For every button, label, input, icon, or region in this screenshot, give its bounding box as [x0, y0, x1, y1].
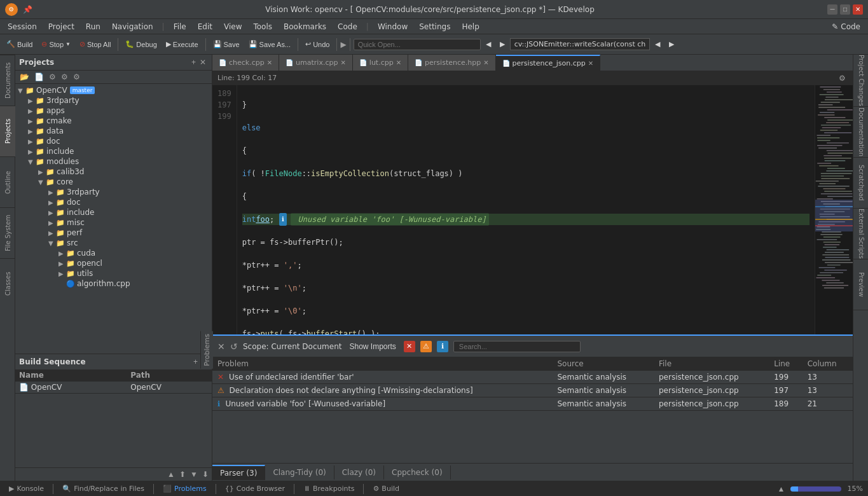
tree-item-utils[interactable]: ▶ 📁 utils [15, 268, 212, 279]
prob-tab-parser[interactable]: Parser (3) [212, 465, 265, 480]
menu-session[interactable]: Session [3, 21, 42, 32]
nav-forward-button[interactable]: ▶ [496, 39, 509, 50]
status-konsole[interactable]: ▶ Konsole [5, 485, 48, 493]
right-tab-scratchpad[interactable]: Scratchpad [853, 158, 868, 209]
tree-item-core-3rdparty[interactable]: ▶ 📁 3rdparty [15, 187, 212, 197]
tab-close-check[interactable]: ✕ [267, 59, 272, 66]
problem-row-2[interactable]: ⚠ Declaration does not declare anything … [212, 384, 853, 397]
filter-error-button[interactable]: ✕ [404, 341, 415, 352]
tab-persistence-hpp[interactable]: 📄 persistence.hpp ✕ [408, 55, 495, 71]
menu-navigation[interactable]: Navigation [107, 21, 158, 32]
nav-back-button[interactable]: ◀ [482, 39, 495, 50]
side-tab-projects[interactable]: Projects [0, 106, 15, 156]
menu-bookmarks[interactable]: Bookmarks [279, 21, 331, 32]
menu-settings[interactable]: Settings [414, 21, 455, 32]
prob-tab-clazy[interactable]: Clazy (0) [334, 465, 384, 479]
build-nav-up[interactable]: ▲ [166, 469, 176, 479]
tree-item-opencl[interactable]: ▶ 📁 opencl [15, 258, 212, 268]
tree-item-cuda[interactable]: ▶ 📁 cuda [15, 248, 212, 258]
build-button[interactable]: 🔨 Build [3, 39, 36, 50]
build-row[interactable]: 📄 OpenCV OpenCV [15, 382, 212, 394]
status-code-browser[interactable]: {} Code Browser [221, 485, 289, 493]
filter-info-button[interactable]: ℹ [437, 341, 448, 352]
editor-content[interactable]: 189 197 199 [212, 85, 853, 334]
tab-close-hpp[interactable]: ✕ [483, 59, 488, 66]
tree-item-cmake[interactable]: ▶ 📁 cmake [15, 116, 212, 126]
maximize-button[interactable]: □ [840, 4, 850, 15]
projects-settings2-button[interactable]: ⚙ [59, 72, 70, 82]
right-tab-external-scripts[interactable]: External Scripts [853, 209, 868, 259]
problem-row-3[interactable]: ℹ Unused variable 'foo' [-Wunused-variab… [212, 397, 853, 411]
problems-refresh-button[interactable]: ↺ [230, 341, 238, 352]
prob-tab-clangtidy[interactable]: Clang-Tidy (0) [265, 465, 334, 479]
line-info-settings[interactable]: ⚙ [837, 73, 848, 83]
tree-item-apps[interactable]: ▶ 📁 apps [15, 106, 212, 116]
tab-persistence-json-cpp[interactable]: 📄 persistence_json.cpp ✕ [496, 55, 601, 71]
save-button[interactable]: 💾 Save [209, 39, 244, 50]
tree-item-calib3d[interactable]: ▶ 📁 calib3d [15, 167, 212, 177]
menu-view[interactable]: View [219, 21, 247, 32]
problems-close-button[interactable]: ✕ [217, 341, 225, 352]
menu-window[interactable]: Window [373, 21, 413, 32]
projects-add-button[interactable]: + [189, 57, 198, 67]
status-build[interactable]: ⚙ Build [369, 485, 403, 493]
problem-row-1[interactable]: ✕ Use of undeclared identifier 'bar' Sem… [212, 371, 853, 384]
build-seq-add-button[interactable]: + [191, 357, 200, 367]
menu-code[interactable]: Code [333, 21, 362, 32]
tab-close-json[interactable]: ✕ [588, 60, 593, 67]
tree-item-core[interactable]: ▼ 📁 core [15, 177, 212, 187]
projects-folder-open-button[interactable]: 📂 [18, 72, 31, 82]
projects-settings3-button[interactable]: ⚙ [71, 72, 82, 82]
func-nav-forward-button[interactable]: ▶ [665, 39, 678, 50]
projects-settings-button[interactable]: ⚙ [47, 72, 58, 82]
undo-button[interactable]: ↩ Undo [301, 39, 333, 50]
menu-tools[interactable]: Tools [248, 21, 277, 32]
show-imports-button[interactable]: Show Imports [347, 341, 398, 352]
side-tab-outline[interactable]: Outline [0, 156, 15, 207]
progress-up-arrow[interactable]: ▲ [776, 484, 787, 494]
tree-item-include[interactable]: ▶ 📁 include [15, 146, 212, 156]
build-nav-bottom[interactable]: ⬇ [200, 469, 210, 479]
side-tab-documents[interactable]: Documents [0, 55, 15, 106]
stop-all-button[interactable]: ⊘ Stop All [76, 39, 114, 50]
status-breakpoints[interactable]: ⏸ Breakpoints [300, 485, 359, 493]
code-mode-button[interactable]: ✎Code [827, 21, 865, 32]
tree-item-core-perf[interactable]: ▶ 📁 perf [15, 228, 212, 238]
stop-button[interactable]: ⊖ Stop ▼ [38, 39, 74, 50]
problems-search-input[interactable] [453, 341, 581, 352]
code-editor[interactable]: } else { if ( !FileNode::isEmptyCollecti… [237, 85, 815, 334]
menu-project[interactable]: Project [43, 21, 79, 32]
close-button[interactable]: ✕ [853, 4, 863, 15]
tree-item-core-misc[interactable]: ▶ 📁 misc [15, 217, 212, 228]
menu-help[interactable]: Help [457, 21, 484, 32]
side-tab-filesystem[interactable]: File System [0, 207, 15, 258]
side-tab-classes[interactable]: Classes [0, 258, 15, 309]
tree-item-data[interactable]: ▶ 📁 data [15, 126, 212, 136]
tree-item-opencv[interactable]: ▼ 📁 OpenCV master [15, 85, 212, 95]
tree-item-algorithm-cpp[interactable]: ▶ 🔵 algorithm.cpp [15, 279, 212, 289]
func-nav-back-button[interactable]: ◀ [651, 39, 664, 50]
tab-close-umatrix[interactable]: ✕ [340, 59, 345, 66]
projects-new-button[interactable]: 📄 [32, 72, 46, 82]
tree-item-core-doc[interactable]: ▶ 📁 doc [15, 197, 212, 207]
status-problems[interactable]: ⬛ Problems [159, 485, 210, 493]
tab-umatrix-cpp[interactable]: 📄 umatrix.cpp ✕ [279, 55, 353, 71]
tree-item-modules[interactable]: ▼ 📁 modules [15, 156, 212, 167]
tab-lut-cpp[interactable]: 📄 lut.cpp ✕ [353, 55, 408, 71]
debug-button[interactable]: 🐛 Debug [121, 39, 160, 50]
quick-open-input[interactable] [354, 39, 481, 50]
filter-warn-button[interactable]: ⚠ [420, 341, 432, 352]
right-tab-preview[interactable]: Preview [853, 259, 868, 310]
tab-close-lut[interactable]: ✕ [396, 59, 401, 66]
menu-run[interactable]: Run [81, 21, 106, 32]
minimize-button[interactable]: ─ [827, 4, 837, 15]
execute-button[interactable]: ▶ Execute [162, 39, 202, 50]
tree-item-doc[interactable]: ▶ 📁 doc [15, 136, 212, 146]
menu-edit[interactable]: Edit [193, 21, 217, 32]
build-nav-down[interactable]: ▼ [189, 469, 199, 479]
tab-check-cpp[interactable]: 📄 check.cpp ✕ [212, 55, 279, 71]
projects-close-button[interactable]: ✕ [198, 57, 208, 67]
tree-item-core-src[interactable]: ▼ 📁 src [15, 238, 212, 248]
tree-item-3rdparty[interactable]: ▶ 📁 3rdparty [15, 95, 212, 106]
tree-item-core-include[interactable]: ▶ 📁 include [15, 207, 212, 217]
